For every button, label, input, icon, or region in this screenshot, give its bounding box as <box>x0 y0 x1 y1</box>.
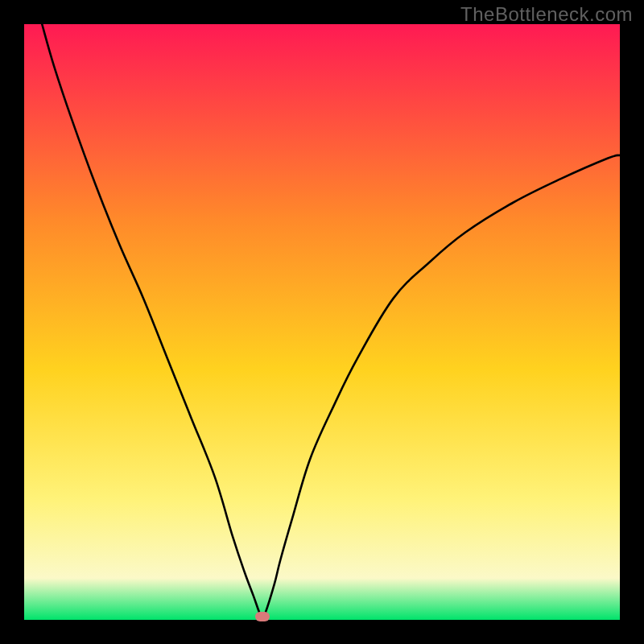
chart-svg <box>24 24 620 620</box>
gradient-background <box>24 24 620 620</box>
optimum-marker-icon <box>255 612 270 621</box>
plot-area <box>24 24 620 620</box>
watermark-text: TheBottleneck.com <box>460 3 633 26</box>
chart-frame: TheBottleneck.com <box>0 0 644 644</box>
